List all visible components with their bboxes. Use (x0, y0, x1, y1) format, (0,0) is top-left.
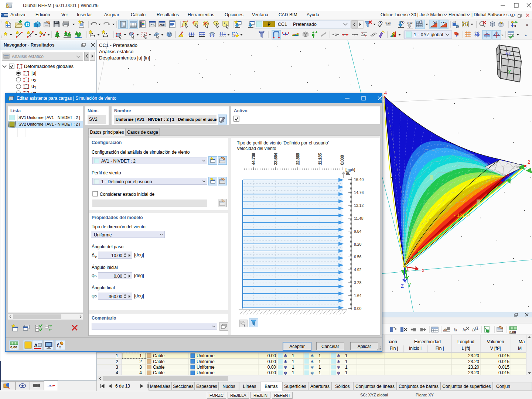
svg-text:23.20: 23.20 (468, 359, 479, 364)
svg-text:0.015: 0.015 (498, 353, 509, 358)
svg-text:0.000: 0.000 (340, 155, 344, 165)
svg-text:Uniforme: Uniforme (197, 365, 215, 370)
svg-text:23.20: 23.20 (468, 370, 479, 375)
svg-text:»: » (526, 23, 528, 27)
svg-text:6: 6 (8, 97, 11, 101)
svg-text:u: u (31, 84, 34, 89)
svg-text:Pretensado: Pretensado (293, 22, 317, 27)
svg-text:Cable: Cable (153, 359, 165, 364)
svg-text:Uniforme: Uniforme (197, 353, 215, 358)
svg-text:X: X (422, 268, 425, 273)
svg-text:1: 1 (318, 365, 321, 370)
svg-text:|u|: |u| (31, 71, 36, 76)
svg-text:4: 4 (139, 370, 142, 375)
svg-text:G: G (233, 33, 236, 37)
svg-text:1: 1 (345, 359, 348, 364)
svg-text:1: 1 (345, 353, 348, 358)
svg-text:Desplazamientos |u| [in]: Desplazamientos |u| [in] (99, 55, 150, 61)
svg-text:3.28: 3.28 (354, 280, 362, 285)
svg-text:✻: ✻ (310, 354, 314, 358)
svg-text:✻: ✻ (310, 359, 314, 364)
svg-text:0.015: 0.015 (498, 359, 509, 364)
svg-text:✻: ✻ (337, 359, 340, 364)
svg-text:✻: ✻ (310, 365, 314, 369)
svg-text:Y: Y (408, 282, 411, 288)
svg-text:4: 4 (116, 370, 118, 375)
svg-text:8.20: 8.20 (354, 242, 362, 246)
svg-text:✻: ✻ (284, 354, 287, 358)
svg-text:I: I (30, 35, 31, 38)
svg-text:»: » (525, 33, 527, 37)
svg-text:16.40: 16.40 (354, 177, 364, 182)
svg-text:A: A (34, 342, 38, 348)
svg-text:0.00: 0.00 (354, 306, 362, 311)
svg-text:11.48: 11.48 (354, 216, 364, 221)
svg-text:V [ft³]: V [ft³] (490, 346, 501, 351)
svg-text:2: 2 (116, 359, 118, 364)
svg-text:D: D (26, 22, 29, 27)
svg-text:M: M (518, 346, 522, 351)
svg-text:11.185: 11.185 (318, 153, 322, 165)
svg-text:Cable: Cable (153, 370, 165, 375)
svg-text:x.xx: x.xx (440, 21, 446, 24)
svg-text:L [ft]: L [ft] (462, 346, 470, 351)
svg-text:3: 3 (139, 365, 142, 370)
svg-text:x.xx: x.xx (385, 21, 391, 25)
svg-text:»: » (501, 33, 504, 37)
svg-text:0,00: 0,00 (10, 345, 17, 349)
svg-text:1: 1 (318, 353, 321, 358)
svg-text:2: 2 (528, 159, 530, 165)
svg-text:Fin j: Fin j (390, 346, 398, 351)
svg-text:6.56: 6.56 (354, 255, 362, 259)
svg-text:Longitud: Longitud (457, 339, 474, 344)
svg-text:Uniforme | AV1 - NIVDET : 2 |: Uniforme | AV1 - NIVDET : 2 | (27, 115, 80, 120)
svg-text:±: ± (224, 21, 225, 25)
svg-text:0.00: 0.00 (267, 365, 276, 370)
svg-text::ción: :ción (388, 339, 397, 344)
svg-text:>sc: >sc (159, 23, 165, 27)
svg-text:33.554: 33.554 (273, 153, 278, 165)
svg-text:✻: ✻ (337, 371, 340, 375)
svg-text:1 - XYZ global: 1 - XYZ global (414, 32, 443, 37)
svg-text:Z: Z (401, 283, 404, 289)
svg-text:✻: ✻ (337, 365, 340, 369)
svg-text:1: 1 (318, 370, 321, 375)
svg-text:x: x (514, 24, 516, 28)
svg-text:[ft]: [ft] (345, 171, 350, 175)
svg-text:Ma: Ma (519, 339, 525, 344)
svg-text:fx: fx (454, 327, 458, 332)
svg-text:23.20: 23.20 (468, 353, 479, 358)
svg-text:Y: Y (34, 85, 37, 89)
svg-text:✻: ✻ (337, 354, 340, 358)
svg-text:fx: fx (463, 327, 467, 332)
svg-text:Uniforme: Uniforme (197, 370, 215, 375)
svg-text:CC1: CC1 (278, 22, 287, 27)
svg-text:121.57: 121.57 (457, 213, 471, 218)
svg-text:14.76: 14.76 (354, 190, 364, 195)
svg-text:44.739: 44.739 (251, 153, 256, 165)
svg-text:1: 1 (345, 370, 348, 375)
svg-text:-Y: -Y (507, 69, 511, 75)
svg-text:0.00: 0.00 (267, 370, 276, 375)
svg-text:4.92: 4.92 (354, 267, 362, 272)
svg-text:0.00: 0.00 (267, 353, 276, 358)
svg-text:0.00: 0.00 (267, 359, 276, 364)
svg-text:23.20: 23.20 (468, 365, 479, 370)
svg-text:1: 1 (406, 266, 409, 272)
svg-text:Fin j: Fin j (436, 346, 444, 351)
svg-text:✻: ✻ (284, 365, 287, 369)
svg-text:X: X (34, 79, 37, 83)
svg-text:0.015: 0.015 (498, 370, 509, 375)
svg-text:Análisis estático: Análisis estático (99, 49, 133, 54)
svg-text:0.015: 0.015 (498, 365, 509, 370)
svg-text:22.369: 22.369 (296, 153, 300, 165)
svg-text:✻: ✻ (310, 371, 314, 375)
svg-text:ab: ab (443, 328, 447, 332)
svg-text:1: 1 (116, 353, 118, 358)
svg-text:Velocidad del viento: Velocidad del viento (237, 146, 276, 151)
svg-text:1: 1 (318, 359, 321, 364)
svg-text:Volumen: Volumen (487, 339, 504, 344)
svg-text:P: P (267, 22, 270, 27)
svg-text:Tipo de perfil de viento 'Defi: Tipo de perfil de viento 'Definido por e… (237, 140, 329, 146)
svg-text:1: 1 (345, 365, 348, 370)
